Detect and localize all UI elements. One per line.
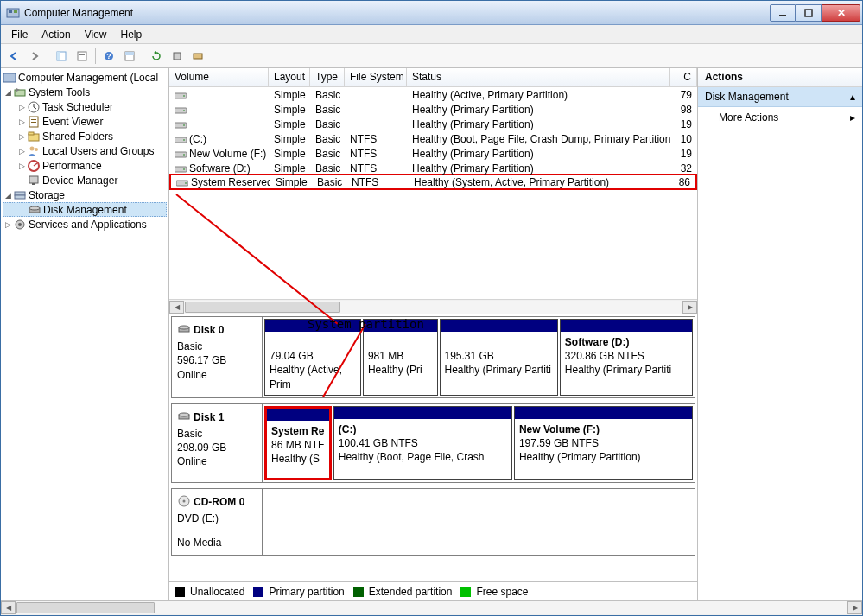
menu-help[interactable]: Help <box>114 27 149 42</box>
tree-panel[interactable]: Computer Management (Local ◢ System Tool… <box>1 68 169 600</box>
volume-row[interactable]: SimpleBasicHealthy (Primary Partition)98 <box>169 102 697 117</box>
svg-rect-8 <box>79 54 85 55</box>
disk-info: Disk 0Basic596.17 GBOnline <box>172 317 263 397</box>
tree-storage[interactable]: ◢ Storage <box>3 187 167 202</box>
settings-button[interactable] <box>168 47 187 66</box>
volume-row[interactable]: System ReservedSimpleBasicNTFSHealthy (S… <box>169 174 697 190</box>
close-button[interactable]: ✕ <box>822 4 860 22</box>
volume-row[interactable]: SimpleBasicHealthy (Active, Primary Part… <box>169 87 697 102</box>
disk-row[interactable]: Disk 1Basic298.09 GBOnlineSystem Re86 MB… <box>171 403 695 483</box>
tree-root-label: Computer Management (Local <box>18 72 158 84</box>
col-capacity[interactable]: C <box>670 68 697 86</box>
svg-point-45 <box>183 168 185 170</box>
scroll-left-button[interactable]: ◀ <box>169 301 184 314</box>
volume-row[interactable]: New Volume (F:)SimpleBasicNTFSHealthy (P… <box>169 146 697 161</box>
svg-rect-6 <box>57 52 60 60</box>
disk-row[interactable]: Disk 0Basic596.17 GBOnline 79.04 GBHealt… <box>171 316 695 398</box>
tree-local-users[interactable]: ▷ Local Users and Groups <box>3 143 167 158</box>
partition[interactable]: Software (D:)320.86 GB NTFSHealthy (Prim… <box>560 319 693 396</box>
volume-list-body[interactable]: SimpleBasicHealthy (Active, Primary Part… <box>169 87 697 299</box>
tree-device-manager-label: Device Manager <box>42 175 117 187</box>
menu-action[interactable]: Action <box>35 27 77 42</box>
svg-rect-29 <box>15 195 25 199</box>
disk-graphical-view[interactable]: Disk 0Basic596.17 GBOnline 79.04 GBHealt… <box>169 314 697 581</box>
col-status[interactable]: Status <box>407 68 670 86</box>
volume-list: Volume Layout Type File System Status C … <box>169 68 697 314</box>
volume-row[interactable]: SimpleBasicHealthy (Primary Partition)19 <box>169 117 697 131</box>
maximize-button[interactable] <box>796 4 822 22</box>
volume-row[interactable]: (C:)SimpleBasicNTFSHealthy (Boot, Page F… <box>169 131 697 146</box>
col-volume[interactable]: Volume <box>169 68 269 86</box>
tree-system-tools[interactable]: ◢ System Tools <box>3 85 167 99</box>
drive-icon <box>175 91 187 99</box>
drive-icon <box>176 178 188 187</box>
tree-disk-management[interactable]: Disk Management <box>3 202 167 217</box>
scroll-right-button[interactable]: ▶ <box>682 301 697 314</box>
svg-point-49 <box>179 326 189 329</box>
scroll-left-button[interactable]: ◀ <box>1 601 16 614</box>
col-filesystem[interactable]: File System <box>345 68 407 86</box>
tree-device-manager[interactable]: Device Manager <box>3 173 167 187</box>
col-layout[interactable]: Layout <box>269 68 310 86</box>
svg-rect-15 <box>3 73 16 82</box>
actions-disk-management[interactable]: Disk Management ▴ <box>698 87 862 107</box>
expand-icon[interactable]: ▷ <box>16 161 27 171</box>
horizontal-scrollbar[interactable]: ◀ ▶ <box>169 299 697 314</box>
partition[interactable]: (C:)100.41 GB NTFSHealthy (Boot, Page Fi… <box>333 406 512 480</box>
disk-info: Disk 1Basic298.09 GBOnline <box>172 404 263 482</box>
menu-view[interactable]: View <box>78 27 114 42</box>
scroll-thumb[interactable] <box>185 302 340 313</box>
tree-task-scheduler[interactable]: ▷ Task Scheduler <box>3 99 167 114</box>
collapse-icon[interactable]: ◢ <box>3 190 13 200</box>
expand-icon[interactable]: ▷ <box>3 219 13 230</box>
minimize-button[interactable] <box>770 4 796 22</box>
volume-row[interactable]: Software (D:)SimpleBasicNTFSHealthy (Pri… <box>169 161 697 175</box>
collapse-icon[interactable]: ◢ <box>3 87 13 98</box>
actions-more-actions[interactable]: More Actions ▸ <box>698 107 862 128</box>
content-area: Computer Management (Local ◢ System Tool… <box>1 68 862 600</box>
window-bottom-scrollbar[interactable]: ◀ ▶ <box>1 600 862 615</box>
scroll-right-button[interactable]: ▶ <box>847 601 862 614</box>
partition[interactable]: 79.04 GBHealthy (Active, Prim <box>264 319 361 396</box>
svg-point-35 <box>183 95 185 97</box>
partition[interactable]: New Volume (F:)197.59 GB NTFSHealthy (Pr… <box>514 406 693 480</box>
svg-rect-19 <box>31 119 36 120</box>
legend-extended-label: Extended partition <box>369 586 453 598</box>
help-button[interactable]: ? <box>99 47 118 66</box>
properties-button[interactable] <box>73 47 92 66</box>
tree-event-viewer[interactable]: ▷ Event Viewer <box>3 114 167 129</box>
tree-event-viewer-label: Event Viewer <box>42 116 103 128</box>
titlebar[interactable]: Computer Management ✕ <box>1 1 862 25</box>
svg-rect-12 <box>125 52 134 55</box>
tree-root[interactable]: Computer Management (Local <box>3 70 167 85</box>
disk-row[interactable]: CD-ROM 0DVD (E:)No Media <box>171 488 695 556</box>
tree-shared-folders[interactable]: ▷ Shared Folders <box>3 129 167 143</box>
forward-button[interactable] <box>25 47 44 66</box>
refresh-button[interactable] <box>147 47 166 66</box>
menu-file[interactable]: File <box>4 27 35 42</box>
legend-unallocated-swatch <box>175 587 185 597</box>
extra-button[interactable] <box>188 47 207 66</box>
svg-rect-1 <box>9 10 12 13</box>
expand-icon[interactable]: ▷ <box>16 146 27 156</box>
partition-color-bar <box>441 320 557 332</box>
show-hide-tree-button[interactable] <box>52 47 71 66</box>
partition[interactable]: 981 MBHealthy (Pri <box>363 319 438 396</box>
tree-services[interactable]: ▷ Services and Applications <box>3 217 167 232</box>
col-type[interactable]: Type <box>310 68 345 86</box>
expand-icon[interactable]: ▷ <box>16 102 27 112</box>
disk-partitions <box>263 489 695 556</box>
partition[interactable]: 195.31 GBHealthy (Primary Partiti <box>440 319 558 396</box>
expand-icon[interactable]: ▷ <box>16 131 27 142</box>
svg-rect-2 <box>14 10 17 13</box>
scroll-thumb[interactable] <box>16 602 155 613</box>
expand-icon[interactable]: ▷ <box>16 117 27 127</box>
svg-rect-13 <box>174 53 181 60</box>
back-button[interactable] <box>4 47 23 66</box>
partition-color-bar <box>364 320 437 332</box>
svg-rect-27 <box>32 183 35 185</box>
partition[interactable]: System Re86 MB NTFHealthy (S <box>264 406 332 480</box>
view-top-button[interactable] <box>120 47 139 66</box>
drive-icon <box>175 149 187 158</box>
tree-performance[interactable]: ▷ Performance <box>3 158 167 173</box>
